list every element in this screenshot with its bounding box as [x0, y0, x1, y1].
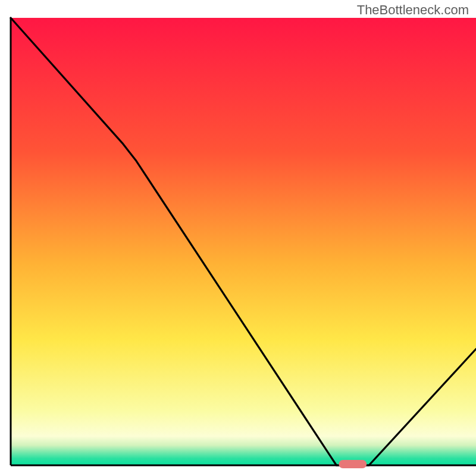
optimum-pill — [339, 460, 367, 468]
plot-background — [11, 18, 476, 465]
chart-container: TheBottleneck.com — [0, 0, 476, 476]
watermark-text: TheBottleneck.com — [357, 2, 469, 18]
chart-svg — [0, 0, 476, 476]
